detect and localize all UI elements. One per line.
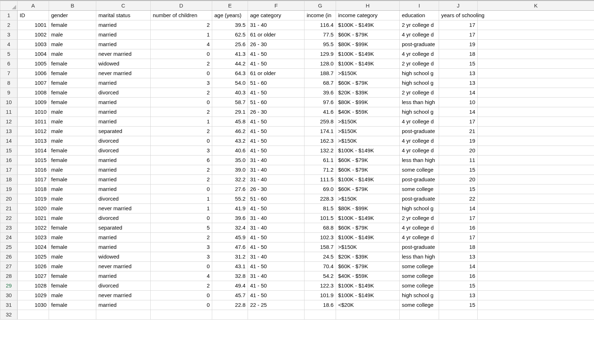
cell[interactable]: female	[49, 223, 96, 233]
cell[interactable]: 1	[151, 204, 212, 213]
cell[interactable]: 45.8	[212, 117, 248, 127]
row-header[interactable]: 6	[0, 59, 18, 69]
cell[interactable]: >$150K	[336, 136, 400, 146]
cell[interactable]: divorced	[96, 194, 151, 204]
cell[interactable]: 2	[151, 59, 212, 69]
cell[interactable]: 122.3	[305, 281, 336, 291]
col-header-F[interactable]: F	[248, 1, 305, 11]
cell[interactable]: female	[49, 300, 96, 310]
col-header-E[interactable]: E	[212, 1, 248, 11]
cell[interactable]: 1022	[18, 223, 49, 233]
cell[interactable]	[478, 136, 594, 146]
cell[interactable]: 95.5	[305, 40, 336, 49]
cell[interactable]: never married	[96, 291, 151, 300]
cell[interactable]: number of children	[151, 11, 212, 20]
cell[interactable]: 41 - 50	[248, 59, 305, 69]
cell[interactable]: 62.5	[212, 30, 248, 40]
cell[interactable]: 14	[439, 204, 478, 213]
cell[interactable]: 41 - 50	[248, 233, 305, 242]
row-header[interactable]: 5	[0, 49, 18, 59]
cell[interactable]: $100K - $149K	[336, 175, 400, 185]
row-header[interactable]: 12	[0, 117, 18, 127]
cell[interactable]: $60K - $79K	[336, 30, 400, 40]
cell[interactable]: 2	[151, 281, 212, 291]
row-header[interactable]: 11	[0, 107, 18, 117]
cell[interactable]: >$150K	[336, 69, 400, 78]
cell[interactable]: never married	[96, 204, 151, 213]
cell[interactable]: married	[96, 242, 151, 252]
cell[interactable]	[478, 98, 594, 107]
cell[interactable]: 18	[439, 49, 478, 59]
cell[interactable]: 1020	[18, 204, 49, 213]
row-header[interactable]: 27	[0, 262, 18, 271]
cell[interactable]: male	[49, 204, 96, 213]
cell[interactable]: 0	[151, 69, 212, 78]
cell[interactable]: 2	[151, 233, 212, 242]
cell[interactable]	[478, 127, 594, 136]
row-header[interactable]: 21	[0, 204, 18, 213]
cell[interactable]: 2 yr college d	[400, 213, 439, 223]
row-header[interactable]: 14	[0, 136, 18, 146]
cell[interactable]: 43.1	[212, 262, 248, 271]
cell[interactable]: some college	[400, 281, 439, 291]
cell[interactable]: 35.0	[212, 156, 248, 165]
cell[interactable]: 68.7	[305, 78, 336, 88]
cell[interactable]	[478, 242, 594, 252]
cell[interactable]: 6	[151, 156, 212, 165]
cell[interactable]: male	[49, 194, 96, 204]
cell[interactable]: $100K - $149K	[336, 49, 400, 59]
cell[interactable]: high school g	[400, 69, 439, 78]
cell[interactable]: 1021	[18, 213, 49, 223]
cell[interactable]: $100K - $149K	[336, 59, 400, 69]
cell[interactable]: $20K - $39K	[336, 88, 400, 98]
cell[interactable]: 228.3	[305, 194, 336, 204]
cell[interactable]: 3	[151, 252, 212, 262]
cell[interactable]: 17	[439, 30, 478, 40]
cell[interactable]: 0	[151, 291, 212, 300]
row-header[interactable]: 10	[0, 98, 18, 107]
cell[interactable]: 77.5	[305, 30, 336, 40]
cell[interactable]: 2	[151, 165, 212, 175]
cell[interactable]: 40.3	[212, 88, 248, 98]
cell[interactable]: male	[49, 30, 96, 40]
row-header[interactable]: 15	[0, 146, 18, 156]
cell[interactable]: 49.4	[212, 281, 248, 291]
cell[interactable]: 41.9	[212, 204, 248, 213]
row-header[interactable]: 16	[0, 156, 18, 165]
cell[interactable]	[400, 310, 439, 320]
cell[interactable]: 15	[439, 59, 478, 69]
cell[interactable]	[18, 310, 49, 320]
cell[interactable]: 0	[151, 185, 212, 194]
cell[interactable]: 15	[439, 300, 478, 310]
cell[interactable]: 16	[439, 271, 478, 281]
cell[interactable]: 4 yr college d	[400, 136, 439, 146]
cell[interactable]: 13	[439, 252, 478, 262]
cell[interactable]: 41 - 50	[248, 262, 305, 271]
cell[interactable]: high school g	[400, 291, 439, 300]
cell[interactable]: 2	[151, 107, 212, 117]
cell[interactable]: $60K - $79K	[336, 165, 400, 175]
cell[interactable]: 15	[439, 165, 478, 175]
cell[interactable]: 39.6	[305, 88, 336, 98]
cell[interactable]: 18	[439, 242, 478, 252]
row-header[interactable]: 2	[0, 20, 18, 30]
cell[interactable]: 1004	[18, 49, 49, 59]
cell[interactable]	[439, 310, 478, 320]
cell[interactable]: 25.6	[212, 40, 248, 49]
cell[interactable]: 101.9	[305, 291, 336, 300]
row-header[interactable]: 26	[0, 252, 18, 262]
cell[interactable]: 4 yr college d	[400, 146, 439, 156]
cell[interactable]	[478, 146, 594, 156]
cell[interactable]: 3	[151, 242, 212, 252]
cell[interactable]: 41 - 50	[248, 88, 305, 98]
cell[interactable]: 68.8	[305, 223, 336, 233]
cell[interactable]	[478, 291, 594, 300]
cell[interactable]: 55.2	[212, 194, 248, 204]
row-header[interactable]: 32	[0, 310, 18, 320]
cell[interactable]: 1014	[18, 146, 49, 156]
cell[interactable]: 1029	[18, 291, 49, 300]
cell[interactable]: married	[96, 300, 151, 310]
cell[interactable]: 61 or older	[248, 30, 305, 40]
cell[interactable]: 31 - 40	[248, 156, 305, 165]
cell[interactable]: male	[49, 233, 96, 242]
